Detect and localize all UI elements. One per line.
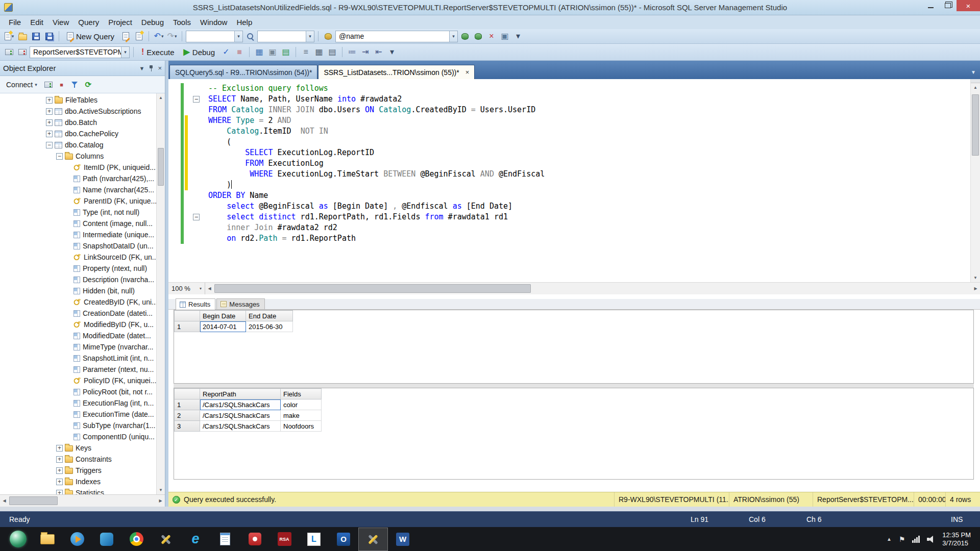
execute-button[interactable]: !Execute	[137, 47, 179, 58]
toolbar-combo-1[interactable]: ▾	[186, 31, 243, 42]
grid-column-header[interactable]: ReportPath	[200, 389, 281, 399]
file-explorer-taskbar-button[interactable]	[33, 528, 62, 551]
grid-cell[interactable]: 2015-06-30	[246, 321, 293, 332]
indent-icon[interactable]: ⇥	[359, 46, 372, 58]
save-icon[interactable]	[30, 30, 42, 42]
change-connection-icon[interactable]	[16, 46, 29, 58]
connect-icon[interactable]	[3, 46, 15, 58]
tree-item[interactable]: ModifiedByID (FK, u...	[0, 319, 156, 330]
tree-item[interactable]: Hidden (bit, null)	[0, 285, 156, 296]
parse-icon[interactable]: ✓	[220, 46, 232, 58]
object-explorer-tree[interactable]: +FileTables+dbo.ActiveSubscriptions+dbo.…	[0, 93, 165, 494]
expand-icon[interactable]: +	[56, 479, 63, 485]
dropdown-arrow-icon[interactable]: ▾	[175, 34, 177, 39]
expand-icon[interactable]: +	[46, 108, 53, 115]
dropdown-arrow-icon[interactable]: ▾	[121, 47, 129, 58]
properties-icon[interactable]: ▣	[499, 30, 511, 42]
menu-file[interactable]: File	[4, 16, 26, 28]
admin-tools-taskbar-button[interactable]	[151, 528, 181, 551]
results-tab-results[interactable]: Results	[176, 298, 215, 310]
tree-item[interactable]: LinkSourceID (FK, un...	[0, 252, 156, 263]
grid-corner[interactable]	[175, 389, 200, 399]
chrome-taskbar-button[interactable]	[121, 528, 151, 551]
scroll-down-icon[interactable]: ▼	[971, 273, 980, 282]
tree-item[interactable]: SubType (nvarchar(1...	[0, 420, 156, 431]
new-query-button[interactable]: New Query	[63, 31, 118, 42]
database-combo[interactable]: ReportServer$STEVETOPML▾	[30, 46, 130, 58]
ssms-taskbar-button[interactable]	[358, 528, 388, 551]
tree-item[interactable]: ParentID (FK, unique...	[0, 195, 156, 207]
word-taskbar-button[interactable]: W	[388, 528, 418, 551]
scrollbar-thumb[interactable]	[9, 496, 58, 505]
script-database-alt-icon[interactable]	[472, 30, 484, 42]
grid-cell[interactable]: color	[281, 399, 322, 410]
tree-item[interactable]: Content (image, null...	[0, 218, 156, 229]
tree-item[interactable]: +Indexes	[0, 476, 156, 487]
tree-item[interactable]: Intermediate (unique...	[0, 229, 156, 240]
dropdown-arrow-icon[interactable]: ▾	[306, 31, 314, 42]
results-to-grid-icon[interactable]: ▦	[313, 46, 325, 58]
split-handle[interactable]	[971, 79, 980, 83]
dropdown-arrow-icon[interactable]: ▾	[161, 34, 164, 39]
grid-cell[interactable]: /Cars1/SQLShackCars	[200, 410, 281, 421]
action-center-flag-icon[interactable]: ⚑	[899, 535, 905, 543]
undo-icon[interactable]: ↶▾	[153, 30, 165, 42]
tree-item[interactable]: +dbo.CachePolicy	[0, 128, 156, 139]
tree-item[interactable]: PolicyID (FK, uniquei...	[0, 375, 156, 386]
dropdown-arrow-icon[interactable]: ▾	[234, 31, 242, 42]
tree-item[interactable]: CreationDate (dateti...	[0, 308, 156, 319]
tree-item[interactable]: +Triggers	[0, 465, 156, 476]
volume-icon[interactable]	[927, 536, 935, 543]
tree-item[interactable]: −dbo.Catalog	[0, 139, 156, 151]
delete-icon[interactable]: ×	[485, 30, 498, 42]
document-tab[interactable]: SQLQuery5.sql - R9...TRION\ssimon (54))*	[169, 65, 317, 79]
redo-icon[interactable]: ↷▾	[166, 30, 178, 42]
grid-corner[interactable]	[175, 311, 200, 321]
menu-window[interactable]: Window	[195, 16, 232, 28]
find-icon[interactable]	[244, 30, 256, 42]
rsa-taskbar-button[interactable]: RSA	[270, 528, 299, 551]
estimated-plan-icon[interactable]: ▦	[253, 46, 265, 58]
scroll-right-icon[interactable]: ▶	[971, 283, 980, 294]
scrollbar-thumb[interactable]	[158, 148, 164, 186]
tree-item[interactable]: PolicyRoot (bit, not r...	[0, 386, 156, 397]
collapse-region-icon[interactable]: −	[193, 96, 200, 103]
tree-item[interactable]: MimeType (nvarchar...	[0, 341, 156, 353]
scroll-up-icon[interactable]: ▲	[157, 93, 165, 102]
start-button[interactable]	[3, 528, 33, 551]
open-file-icon[interactable]	[16, 30, 29, 42]
tree-item[interactable]: +Keys	[0, 442, 156, 454]
scroll-left-icon[interactable]: ◀	[0, 495, 9, 507]
grid-cell[interactable]: 2014-07-01	[200, 321, 246, 332]
grid-column-header[interactable]: End Date	[246, 311, 293, 321]
chevron-down-icon[interactable]: ▼	[139, 65, 145, 71]
grid-cell[interactable]: make	[281, 410, 322, 421]
results-splitter[interactable]	[174, 384, 974, 388]
internet-explorer-taskbar-button[interactable]: e	[181, 528, 210, 551]
tree-item[interactable]: Name (nvarchar(425...	[0, 184, 156, 195]
tree-item[interactable]: SnapshotDataID (un...	[0, 240, 156, 252]
toolbar-options-icon[interactable]: ▾	[386, 46, 398, 58]
media-player-taskbar-button[interactable]	[62, 528, 92, 551]
new-file-icon[interactable]: ▾	[3, 30, 15, 42]
debug-button[interactable]: ▶Debug	[180, 47, 219, 58]
connect-button[interactable]: Connect ▾	[4, 79, 39, 90]
collapse-icon[interactable]: −	[56, 153, 63, 160]
scrollbar-thumb[interactable]	[214, 284, 531, 293]
app-blue-taskbar-button[interactable]	[92, 528, 121, 551]
grid-column-header[interactable]: Begin Date	[200, 311, 246, 321]
expand-icon[interactable]: +	[46, 131, 53, 137]
query-options-icon[interactable]: ▣	[266, 46, 279, 58]
tree-item[interactable]: Property (ntext, null)	[0, 263, 156, 274]
menu-help[interactable]: Help	[232, 16, 257, 28]
database-engine-query-icon[interactable]	[119, 30, 132, 42]
intellisense-icon[interactable]: ▤	[280, 46, 292, 58]
tree-item[interactable]: Description (nvarcha...	[0, 274, 156, 285]
taskbar-clock[interactable]: 12:35 PM 3/7/2015	[942, 531, 973, 547]
grid-row-header[interactable]: 2	[175, 410, 200, 421]
grid-cell[interactable]: /Cars1/SQLShackCars	[200, 399, 281, 410]
results-to-text-icon[interactable]: ≡	[300, 46, 312, 58]
analysis-services-query-icon[interactable]	[133, 30, 145, 42]
toolbar-options-icon[interactable]: ▾	[512, 30, 524, 42]
results-tab-messages[interactable]: Messages	[216, 298, 264, 309]
